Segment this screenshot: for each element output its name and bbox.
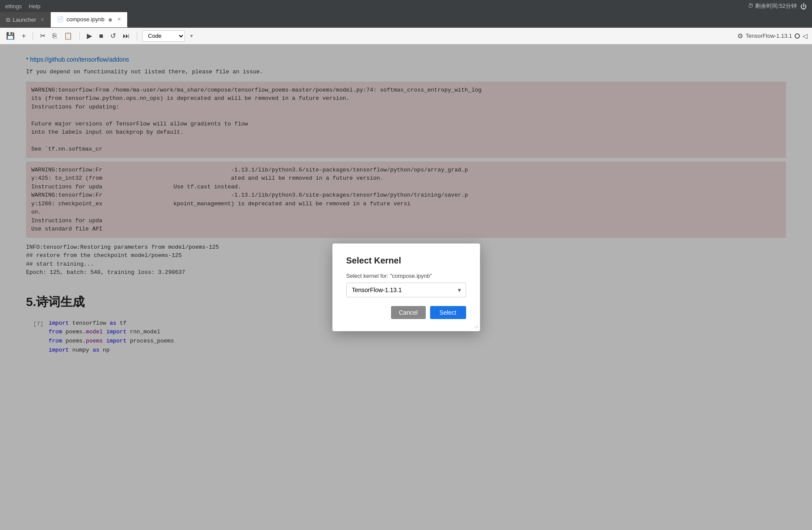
resize-handle[interactable]: ⊿ <box>474 323 478 329</box>
tab-compose-icon: 📄 <box>57 16 64 23</box>
menu-bar: ettings Help <box>5 3 40 10</box>
tab-compose[interactable]: 📄 compose.ipynb ● ✕ <box>51 12 127 27</box>
tab-compose-dot: ● <box>108 16 113 23</box>
top-bar: ettings Help ⏱ 剩余时间:52分钟 ⏻ <box>0 0 812 12</box>
copy-button[interactable]: ⎘ <box>51 31 59 41</box>
run-button[interactable]: ▶ <box>85 31 94 41</box>
timer-label: ⏱ 剩余时间:52分钟 <box>748 2 797 10</box>
top-bar-right: ⏱ 剩余时间:52分钟 ⏻ <box>748 2 807 10</box>
kernel-select-wrapper: TensorFlow-1.13.1 <box>346 283 466 297</box>
select-kernel-dialog: Select Kernel Select kernel for: "compos… <box>332 244 480 331</box>
power-icon[interactable]: ⏻ <box>800 3 807 10</box>
kernel-name-label: TensorFlow-1.13.1 <box>746 33 792 39</box>
kernel-dropdown[interactable]: TensorFlow-1.13.1 <box>346 283 466 297</box>
paste-button[interactable]: 📋 <box>62 31 74 41</box>
select-button[interactable]: Select <box>430 306 466 319</box>
cancel-button[interactable]: Cancel <box>391 306 426 319</box>
tab-bar: ⧉ Launcher ✕ 📄 compose.ipynb ● ✕ <box>0 12 812 28</box>
save-button[interactable]: 💾 <box>4 31 16 41</box>
toolbar: 💾 + ✂ ⎘ 📋 ▶ ■ ↺ ⏭ Code Markdown Raw ▾ ⚙ … <box>0 28 812 44</box>
tab-compose-close[interactable]: ✕ <box>117 16 121 22</box>
tab-launcher-icon: ⧉ <box>6 16 10 23</box>
tab-launcher-close[interactable]: ✕ <box>40 17 44 23</box>
dialog-title: Select Kernel <box>346 256 466 266</box>
add-cell-button[interactable]: + <box>20 31 27 41</box>
cut-button[interactable]: ✂ <box>38 31 47 41</box>
gear-icon[interactable]: ⚙ <box>737 32 743 40</box>
dialog-buttons: Cancel Select <box>346 306 466 319</box>
kernel-badge: ⚙ TensorFlow-1.13.1 ◁ <box>737 32 808 40</box>
modal-overlay[interactable]: Select Kernel Select kernel for: "compos… <box>0 44 812 530</box>
kernel-circle <box>795 33 800 39</box>
fast-forward-button[interactable]: ⏭ <box>121 31 131 41</box>
tab-launcher[interactable]: ⧉ Launcher ✕ <box>0 12 51 27</box>
dialog-label: Select kernel for: "compose.ipynb" <box>346 273 466 279</box>
tab-compose-label: compose.ipynb <box>66 16 104 23</box>
stop-button[interactable]: ■ <box>97 31 105 41</box>
restart-button[interactable]: ↺ <box>108 31 118 41</box>
cell-type-select[interactable]: Code Markdown Raw <box>142 30 185 42</box>
menu-help[interactable]: Help <box>29 3 40 10</box>
main-content: * https://github.com/tensorflow/addons I… <box>0 44 812 530</box>
menu-settings[interactable]: ettings <box>5 3 22 10</box>
toolbar-divider-3 <box>137 32 137 40</box>
share-icon[interactable]: ◁ <box>802 32 808 40</box>
toolbar-divider-2 <box>79 32 80 40</box>
tab-launcher-label: Launcher <box>13 16 36 23</box>
toolbar-divider-1 <box>33 32 33 40</box>
